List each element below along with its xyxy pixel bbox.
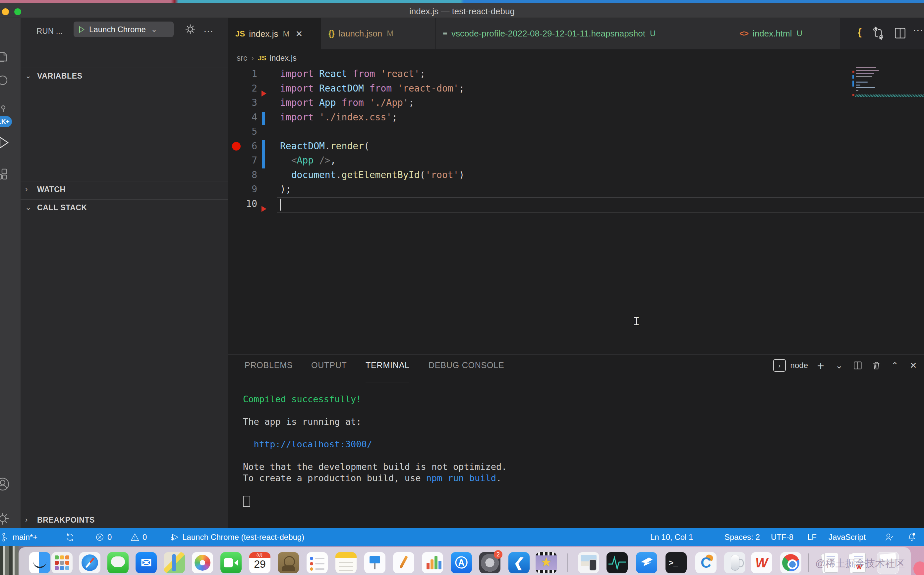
terminal-cursor [243, 496, 250, 507]
code-line-10[interactable]: 10 [228, 197, 924, 211]
close-panel-icon[interactable]: ✕ [907, 359, 919, 372]
dock-icon-mail[interactable]: ✉ [136, 552, 157, 573]
explorer-icon[interactable] [0, 50, 11, 66]
dock-icon-contacts[interactable] [278, 552, 299, 573]
code-line-5[interactable]: 5 [228, 124, 924, 139]
code-line-6[interactable]: 6ReactDOM.render( [228, 139, 924, 154]
settings-gear-icon[interactable] [0, 511, 11, 527]
panel-tab-output[interactable]: OUTPUT [311, 361, 347, 370]
modified-badge: M [387, 29, 393, 38]
statusbar-javascript[interactable]: JavaScript [829, 528, 866, 546]
dock-icon-appstore[interactable]: Ⓐ [451, 552, 472, 573]
dock-icon-dingtalk[interactable] [636, 552, 657, 573]
breadcrumb-file[interactable]: index.js [270, 53, 296, 63]
debug-settings-gear-icon[interactable] [184, 22, 197, 37]
more-editor-actions-icon[interactable]: ⋯ [913, 24, 924, 38]
code-line-1[interactable]: 1import React from 'react'; [228, 67, 924, 81]
close-tab-icon[interactable]: ✕ [296, 29, 303, 39]
code-line-2[interactable]: 2import ReactDOM from 'react-dom'; [228, 81, 924, 96]
dock-icon-wps[interactable]: W [751, 552, 772, 573]
dock-icon-pages[interactable] [393, 552, 414, 573]
statusbar-lf[interactable]: LF [807, 528, 816, 546]
extensions-icon[interactable] [0, 167, 11, 183]
dock-icon-safari[interactable] [79, 552, 100, 573]
statusbar-spaces-2[interactable]: Spaces: 2 [724, 528, 760, 546]
js-file-icon: JS [235, 29, 245, 38]
open-changes-icon[interactable] [871, 26, 886, 40]
breakpoint-dot[interactable] [232, 142, 241, 151]
dock-icon-calendar[interactable]: 8月29 [249, 552, 271, 573]
sidebar-section-breakpoints[interactable]: ›BREAKPOINTS [21, 511, 228, 528]
tab-index.js[interactable]: JSindex.jsM✕ [228, 18, 321, 49]
sidebar-section-call-stack[interactable]: ⌄CALL STACK [21, 199, 228, 216]
breadcrumb-folder[interactable]: src [237, 53, 247, 63]
modified-badge: U [797, 29, 802, 38]
partial-tab-braces-icon[interactable]: { [858, 27, 862, 38]
dock-icon-keynote[interactable] [364, 552, 385, 573]
dock-icon-finder[interactable] [29, 552, 51, 573]
dock-icon-capp[interactable]: C [695, 552, 716, 573]
sidebar-section-watch[interactable]: ›WATCH [21, 181, 228, 197]
minimap-code-line [856, 84, 861, 86]
minimap[interactable] [853, 65, 924, 100]
status-bar: main*+00Launch Chrome (test-react-debug)… [0, 528, 924, 546]
minimap-code-line [856, 70, 879, 71]
start-debug-play-icon[interactable] [79, 26, 84, 33]
dock-icon-notes[interactable] [335, 552, 357, 573]
dock-icon-facetime[interactable] [220, 552, 242, 573]
more-actions-icon[interactable]: ⋯ [203, 25, 214, 37]
panel-tab-problems[interactable]: PROBLEMS [245, 361, 293, 370]
tab-index.html[interactable]: <>index.htmlU [732, 18, 840, 49]
sidebar-section-variables[interactable]: ⌄VARIABLES [21, 68, 228, 84]
code-line-8[interactable]: 8 document.getElementById('root') [228, 168, 924, 183]
breadcrumb[interactable]: src › JS index.js [237, 49, 296, 67]
code-editor[interactable]: 1import React from 'react';2import React… [228, 67, 924, 354]
statusbar-person-check-icon[interactable] [884, 528, 894, 546]
dock-icon-activity[interactable] [607, 552, 628, 573]
dock-icon-vase[interactable] [724, 552, 745, 573]
kill-terminal-trash-icon[interactable] [870, 359, 882, 372]
accounts-icon[interactable] [0, 476, 11, 492]
dock-icon-numbers[interactable] [422, 552, 443, 573]
statusbar-error-circle-icon[interactable]: 0 [95, 528, 112, 546]
dock-icon-vscode[interactable]: ❮ [509, 552, 529, 573]
dock-icon-mediastar[interactable]: ★ [536, 552, 557, 573]
terminal-process-label[interactable]: node [791, 361, 808, 370]
statusbar-debug-play-icon[interactable]: Launch Chrome (test-react-debug) [170, 528, 304, 546]
split-editor-icon[interactable] [893, 26, 907, 40]
maximize-panel-chevron-icon[interactable]: ⌃ [889, 359, 901, 372]
statusbar-ln-10-col-1[interactable]: Ln 10, Col 1 [650, 528, 693, 546]
tab-vscode-profile-2022-08-29-12-01-11.heapsnapshot[interactable]: ≡vscode-profile-2022-08-29-12-01-11.heap… [436, 18, 732, 49]
statusbar-utf-8[interactable]: UTF-8 [771, 528, 793, 546]
code-line-4[interactable]: 4import './index.css'; [228, 110, 924, 125]
search-icon[interactable] [0, 73, 11, 89]
statusbar-bell-icon[interactable] [907, 528, 917, 546]
run-debug-icon[interactable] [0, 135, 11, 151]
dock-icon-messages[interactable] [108, 552, 128, 573]
dock-icon-sysprefs[interactable]: 2 [479, 552, 501, 573]
dock-icon-chrome[interactable] [780, 552, 801, 573]
statusbar-sync-icon[interactable] [65, 528, 75, 546]
panel-tab-terminal[interactable]: TERMINAL [366, 361, 410, 370]
dock-icon-reminders[interactable] [307, 552, 328, 573]
tab-launch.json[interactable]: {}launch.jsonM [321, 18, 436, 49]
dock-icon-photowidget[interactable] [578, 552, 599, 573]
dock-icon-photos[interactable] [192, 552, 213, 573]
panel-tab-debug-console[interactable]: DEBUG CONSOLE [428, 361, 504, 370]
dock-icon-maps[interactable] [164, 552, 185, 573]
statusbar-warning-triangle-icon[interactable]: 0 [130, 528, 147, 546]
statusbar-git-branch-icon[interactable]: main*+ [5, 528, 38, 546]
git-modified-gutter-bar [262, 140, 265, 168]
new-terminal-plus-icon[interactable]: ＋ [815, 359, 827, 372]
debug-sidebar: RUN ... Launch Chrome ⌄ ⋯ ⌄VARIABLES›WAT… [21, 18, 228, 528]
split-terminal-icon[interactable] [852, 359, 864, 372]
launch-config-dropdown[interactable]: Launch Chrome ⌄ [74, 22, 174, 37]
dock-icon-launchpad[interactable] [51, 552, 73, 573]
code-line-3[interactable]: 3import App from './App'; [228, 95, 924, 110]
code-line-9[interactable]: 9); [228, 182, 924, 197]
modified-badge: U [650, 29, 656, 38]
dock-icon-terminal[interactable]: >_ [666, 552, 687, 573]
terminal-picker-chevron-icon[interactable]: ⌄ [833, 359, 845, 372]
code-line-7[interactable]: 7 <App />, [228, 153, 924, 168]
html-file-icon: <> [739, 29, 749, 38]
